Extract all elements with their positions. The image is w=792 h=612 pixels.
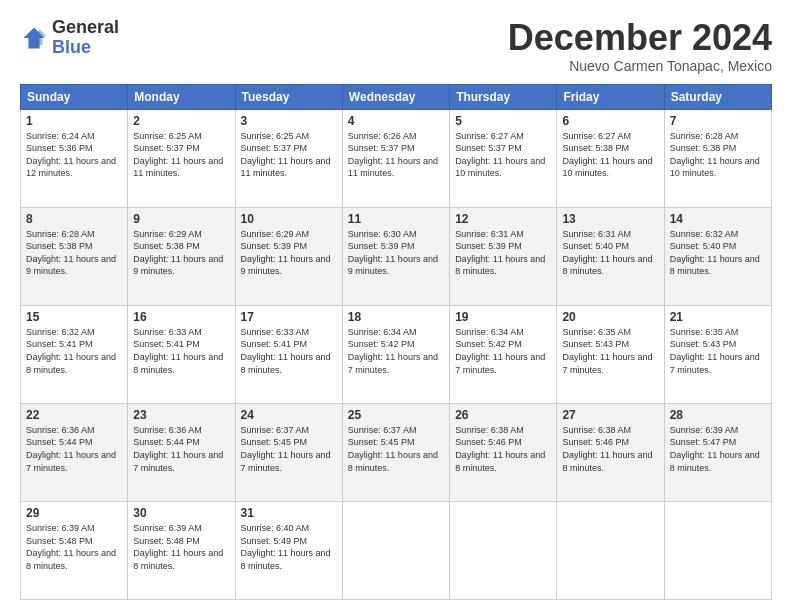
logo-blue: Blue <box>52 37 91 57</box>
day-info: Sunrise: 6:33 AMSunset: 5:41 PMDaylight:… <box>241 327 331 375</box>
day-info: Sunrise: 6:35 AMSunset: 5:43 PMDaylight:… <box>670 327 760 375</box>
day-number: 18 <box>348 310 444 324</box>
day-info: Sunrise: 6:27 AMSunset: 5:38 PMDaylight:… <box>562 131 652 179</box>
calendar-day-cell: 3 Sunrise: 6:25 AMSunset: 5:37 PMDayligh… <box>235 109 342 207</box>
calendar-day-cell: 20 Sunrise: 6:35 AMSunset: 5:43 PMDaylig… <box>557 305 664 403</box>
location: Nuevo Carmen Tonapac, Mexico <box>508 58 772 74</box>
day-number: 25 <box>348 408 444 422</box>
weekday-header-cell: Monday <box>128 84 235 109</box>
day-info: Sunrise: 6:33 AMSunset: 5:41 PMDaylight:… <box>133 327 223 375</box>
day-info: Sunrise: 6:34 AMSunset: 5:42 PMDaylight:… <box>348 327 438 375</box>
day-info: Sunrise: 6:39 AMSunset: 5:48 PMDaylight:… <box>26 523 116 571</box>
day-number: 27 <box>562 408 658 422</box>
day-info: Sunrise: 6:24 AMSunset: 5:36 PMDaylight:… <box>26 131 116 179</box>
calendar-week-row: 22 Sunrise: 6:36 AMSunset: 5:44 PMDaylig… <box>21 403 772 501</box>
day-number: 5 <box>455 114 551 128</box>
day-info: Sunrise: 6:25 AMSunset: 5:37 PMDaylight:… <box>241 131 331 179</box>
day-info: Sunrise: 6:38 AMSunset: 5:46 PMDaylight:… <box>562 425 652 473</box>
calendar-day-cell: 11 Sunrise: 6:30 AMSunset: 5:39 PMDaylig… <box>342 207 449 305</box>
day-number: 14 <box>670 212 766 226</box>
weekday-header-cell: Saturday <box>664 84 771 109</box>
calendar-day-cell: 7 Sunrise: 6:28 AMSunset: 5:38 PMDayligh… <box>664 109 771 207</box>
day-number: 19 <box>455 310 551 324</box>
day-number: 15 <box>26 310 122 324</box>
day-info: Sunrise: 6:31 AMSunset: 5:39 PMDaylight:… <box>455 229 545 277</box>
calendar-day-cell: 25 Sunrise: 6:37 AMSunset: 5:45 PMDaylig… <box>342 403 449 501</box>
day-number: 3 <box>241 114 337 128</box>
weekday-header-cell: Thursday <box>450 84 557 109</box>
calendar-day-cell: 6 Sunrise: 6:27 AMSunset: 5:38 PMDayligh… <box>557 109 664 207</box>
weekday-header-row: SundayMondayTuesdayWednesdayThursdayFrid… <box>21 84 772 109</box>
page: General Blue December 2024 Nuevo Carmen … <box>0 0 792 612</box>
calendar-day-cell: 28 Sunrise: 6:39 AMSunset: 5:47 PMDaylig… <box>664 403 771 501</box>
day-info: Sunrise: 6:36 AMSunset: 5:44 PMDaylight:… <box>133 425 223 473</box>
day-number: 28 <box>670 408 766 422</box>
calendar-body: 1 Sunrise: 6:24 AMSunset: 5:36 PMDayligh… <box>21 109 772 599</box>
day-number: 22 <box>26 408 122 422</box>
day-info: Sunrise: 6:32 AMSunset: 5:41 PMDaylight:… <box>26 327 116 375</box>
calendar-day-cell: 22 Sunrise: 6:36 AMSunset: 5:44 PMDaylig… <box>21 403 128 501</box>
day-info: Sunrise: 6:38 AMSunset: 5:46 PMDaylight:… <box>455 425 545 473</box>
logo-general: General <box>52 17 119 37</box>
calendar-day-cell: 21 Sunrise: 6:35 AMSunset: 5:43 PMDaylig… <box>664 305 771 403</box>
day-number: 4 <box>348 114 444 128</box>
calendar-day-cell: 4 Sunrise: 6:26 AMSunset: 5:37 PMDayligh… <box>342 109 449 207</box>
calendar-day-cell: 2 Sunrise: 6:25 AMSunset: 5:37 PMDayligh… <box>128 109 235 207</box>
calendar-day-cell: 24 Sunrise: 6:37 AMSunset: 5:45 PMDaylig… <box>235 403 342 501</box>
day-number: 1 <box>26 114 122 128</box>
day-number: 21 <box>670 310 766 324</box>
calendar-day-cell <box>450 501 557 599</box>
calendar-day-cell: 27 Sunrise: 6:38 AMSunset: 5:46 PMDaylig… <box>557 403 664 501</box>
calendar-day-cell: 8 Sunrise: 6:28 AMSunset: 5:38 PMDayligh… <box>21 207 128 305</box>
calendar-day-cell: 26 Sunrise: 6:38 AMSunset: 5:46 PMDaylig… <box>450 403 557 501</box>
calendar-day-cell: 18 Sunrise: 6:34 AMSunset: 5:42 PMDaylig… <box>342 305 449 403</box>
day-info: Sunrise: 6:40 AMSunset: 5:49 PMDaylight:… <box>241 523 331 571</box>
day-info: Sunrise: 6:37 AMSunset: 5:45 PMDaylight:… <box>241 425 331 473</box>
title-section: December 2024 Nuevo Carmen Tonapac, Mexi… <box>508 18 772 74</box>
calendar-week-row: 15 Sunrise: 6:32 AMSunset: 5:41 PMDaylig… <box>21 305 772 403</box>
calendar-day-cell: 5 Sunrise: 6:27 AMSunset: 5:37 PMDayligh… <box>450 109 557 207</box>
day-info: Sunrise: 6:30 AMSunset: 5:39 PMDaylight:… <box>348 229 438 277</box>
day-number: 23 <box>133 408 229 422</box>
day-number: 31 <box>241 506 337 520</box>
logo: General Blue <box>20 18 119 58</box>
day-number: 12 <box>455 212 551 226</box>
calendar-day-cell: 19 Sunrise: 6:34 AMSunset: 5:42 PMDaylig… <box>450 305 557 403</box>
calendar-day-cell: 14 Sunrise: 6:32 AMSunset: 5:40 PMDaylig… <box>664 207 771 305</box>
calendar-day-cell: 23 Sunrise: 6:36 AMSunset: 5:44 PMDaylig… <box>128 403 235 501</box>
calendar-day-cell <box>557 501 664 599</box>
day-info: Sunrise: 6:32 AMSunset: 5:40 PMDaylight:… <box>670 229 760 277</box>
calendar-day-cell: 13 Sunrise: 6:31 AMSunset: 5:40 PMDaylig… <box>557 207 664 305</box>
calendar-day-cell: 15 Sunrise: 6:32 AMSunset: 5:41 PMDaylig… <box>21 305 128 403</box>
day-number: 6 <box>562 114 658 128</box>
day-number: 20 <box>562 310 658 324</box>
day-number: 30 <box>133 506 229 520</box>
day-info: Sunrise: 6:28 AMSunset: 5:38 PMDaylight:… <box>670 131 760 179</box>
day-info: Sunrise: 6:31 AMSunset: 5:40 PMDaylight:… <box>562 229 652 277</box>
header: General Blue December 2024 Nuevo Carmen … <box>20 18 772 74</box>
weekday-header-cell: Tuesday <box>235 84 342 109</box>
day-info: Sunrise: 6:34 AMSunset: 5:42 PMDaylight:… <box>455 327 545 375</box>
calendar-week-row: 1 Sunrise: 6:24 AMSunset: 5:36 PMDayligh… <box>21 109 772 207</box>
day-number: 7 <box>670 114 766 128</box>
day-number: 9 <box>133 212 229 226</box>
calendar-day-cell: 29 Sunrise: 6:39 AMSunset: 5:48 PMDaylig… <box>21 501 128 599</box>
logo-text: General Blue <box>52 18 119 58</box>
calendar-day-cell: 1 Sunrise: 6:24 AMSunset: 5:36 PMDayligh… <box>21 109 128 207</box>
calendar-day-cell <box>342 501 449 599</box>
day-info: Sunrise: 6:28 AMSunset: 5:38 PMDaylight:… <box>26 229 116 277</box>
calendar-day-cell: 31 Sunrise: 6:40 AMSunset: 5:49 PMDaylig… <box>235 501 342 599</box>
day-number: 10 <box>241 212 337 226</box>
day-number: 2 <box>133 114 229 128</box>
calendar-table: SundayMondayTuesdayWednesdayThursdayFrid… <box>20 84 772 600</box>
calendar-day-cell: 12 Sunrise: 6:31 AMSunset: 5:39 PMDaylig… <box>450 207 557 305</box>
weekday-header-cell: Friday <box>557 84 664 109</box>
logo-icon <box>20 24 48 52</box>
day-number: 17 <box>241 310 337 324</box>
weekday-header-cell: Wednesday <box>342 84 449 109</box>
day-number: 13 <box>562 212 658 226</box>
day-number: 26 <box>455 408 551 422</box>
calendar-day-cell: 9 Sunrise: 6:29 AMSunset: 5:38 PMDayligh… <box>128 207 235 305</box>
day-info: Sunrise: 6:29 AMSunset: 5:39 PMDaylight:… <box>241 229 331 277</box>
day-info: Sunrise: 6:35 AMSunset: 5:43 PMDaylight:… <box>562 327 652 375</box>
